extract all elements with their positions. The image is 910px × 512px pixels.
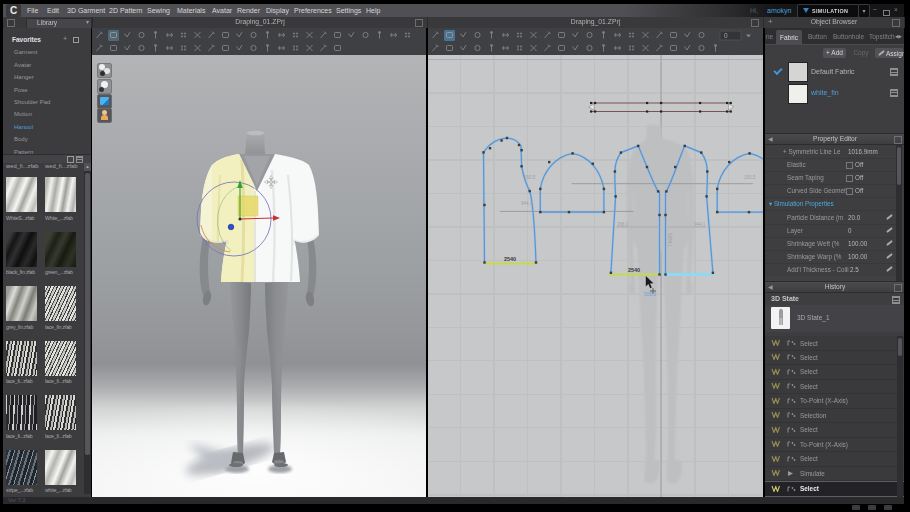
svg-text:2540: 2540 [504, 256, 516, 262]
svg-text:944.1: 944.1 [521, 201, 533, 206]
svg-text:944.1: 944.1 [694, 222, 706, 227]
svg-text:2540: 2540 [628, 267, 640, 273]
svg-text:0: 0 [724, 32, 728, 39]
svg-text:150.5: 150.5 [524, 175, 536, 180]
svg-text:150.5: 150.5 [744, 175, 756, 180]
svg-text:368.1: 368.1 [617, 222, 629, 227]
svg-text:5984.1: 5984.1 [667, 233, 672, 247]
svg-text:506.0: 506.0 [644, 292, 656, 297]
